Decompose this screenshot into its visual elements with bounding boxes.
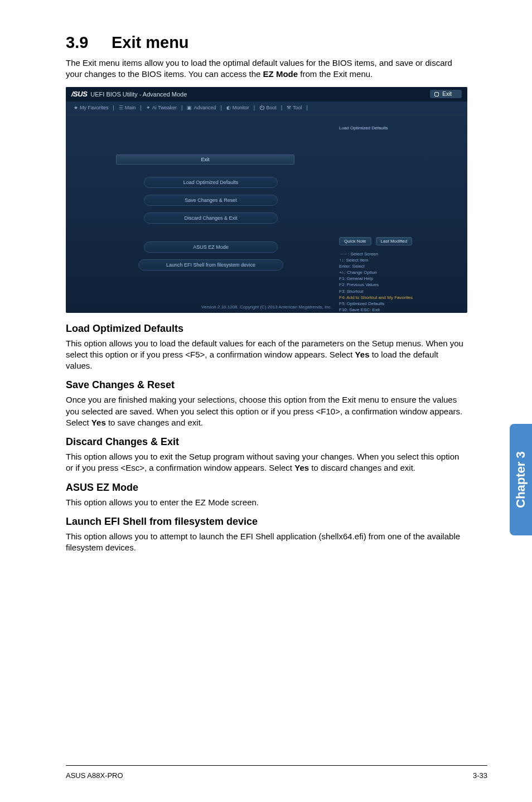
para-launch-efi: This option allows you to attempt to lau… [66,531,466,554]
bios-exit-heading: Exit [116,154,294,165]
footer-page-number: 3-33 [473,771,487,780]
bios-exit-label: Exit [442,91,452,97]
heading-load-defaults: Load Optimized Defaults [66,323,466,335]
asus-logo: /SUS [71,90,87,98]
para-discard-exit: This option allows you to exit the Setup… [66,451,466,474]
para-load-defaults: This option allows you to load the defau… [66,338,466,372]
intro-paragraph: The Exit menu items allow you to load th… [66,57,466,80]
bios-body: Exit Load Optimized Defaults Save Change… [66,115,467,305]
para-ez-mode: This option allows you to enter the EZ M… [66,497,466,508]
bios-right-panel: Load Optimized Defaults Quick Note Last … [333,115,467,305]
star-icon: ★ [74,105,78,110]
power-icon [434,92,439,96]
chip-icon: ▣ [187,105,192,110]
bios-left-panel: Exit Load Optimized Defaults Save Change… [66,115,333,305]
list-icon: ☰ [119,105,123,110]
tab-favorites[interactable]: ★My Favorites [74,105,109,110]
section-title-text: Exit menu [112,33,189,51]
tool-icon: ⚒ [287,105,291,110]
tab-monitor[interactable]: ◐Monitor [226,105,249,110]
intro-post: from the Exit menu. [298,69,373,79]
bios-version-footer: Version 2.10.1208. Copyright (C) 2013 Am… [66,305,467,310]
para-save-reset: Once you are finished making your select… [66,394,466,428]
chapter-tab: Chapter 3 [510,424,532,535]
tab-ai-tweaker[interactable]: ✦Ai Tweaker [146,105,177,110]
intro-pre: The Exit menu items allow you to load th… [66,58,452,79]
save-reset-button[interactable]: Save Changes & Reset [144,195,278,206]
bios-right-description: Load Optimized Defaults [339,125,457,237]
section-number: 3.9 [66,33,112,52]
bios-help-text: →←: Select Screen ↑↓: Select Item Enter:… [339,251,457,313]
page-content: 3.9Exit menu The Exit menu items allow y… [0,0,532,582]
chapter-tab-label: Chapter 3 [514,451,528,508]
bios-screenshot: /SUS UEFI BIOS Utility - Advanced Mode E… [66,87,467,313]
discard-exit-button[interactable]: Discard Changes & Exit [144,212,278,224]
bios-exit-button[interactable]: Exit [430,90,462,98]
tab-main[interactable]: ☰Main [119,105,136,110]
heading-ez-mode: ASUS EZ Mode [66,482,466,494]
footer-product: ASUS A88X-PRO [66,771,123,780]
tab-advanced[interactable]: ▣Advanced [187,105,216,110]
bios-quick-buttons: Quick Note Last Modified [339,237,457,245]
wrench-icon: ✦ [146,105,151,110]
quick-note-button[interactable]: Quick Note [339,237,371,245]
heading-discard-exit: Discard Changes & Exit [66,436,466,448]
ez-mode-button[interactable]: ASUS EZ Mode [144,241,278,253]
power-icon: ⏻ [259,105,264,110]
tab-tool[interactable]: ⚒Tool [287,105,302,110]
bios-tabs: ★My Favorites | ☰Main | ✦Ai Tweaker | ▣A… [66,102,467,115]
bios-header-title: UEFI BIOS Utility - Advanced Mode [90,91,187,98]
tab-boot[interactable]: ⏻Boot [259,105,277,110]
heading-save-reset: Save Changes & Reset [66,379,466,391]
intro-bold: EZ Mode [263,69,298,79]
last-modified-button[interactable]: Last Modified [376,237,413,245]
page-footer: ASUS A88X-PRO 3-33 [66,765,487,780]
heading-launch-efi: Launch EFI Shell from filesystem device [66,516,466,528]
monitor-icon: ◐ [226,105,231,110]
bios-header: /SUS UEFI BIOS Utility - Advanced Mode E… [66,87,467,102]
launch-efi-button[interactable]: Launch EFI Shell from filesystem device [138,259,283,270]
load-defaults-button[interactable]: Load Optimized Defaults [144,177,278,188]
section-title: 3.9Exit menu [66,33,466,52]
